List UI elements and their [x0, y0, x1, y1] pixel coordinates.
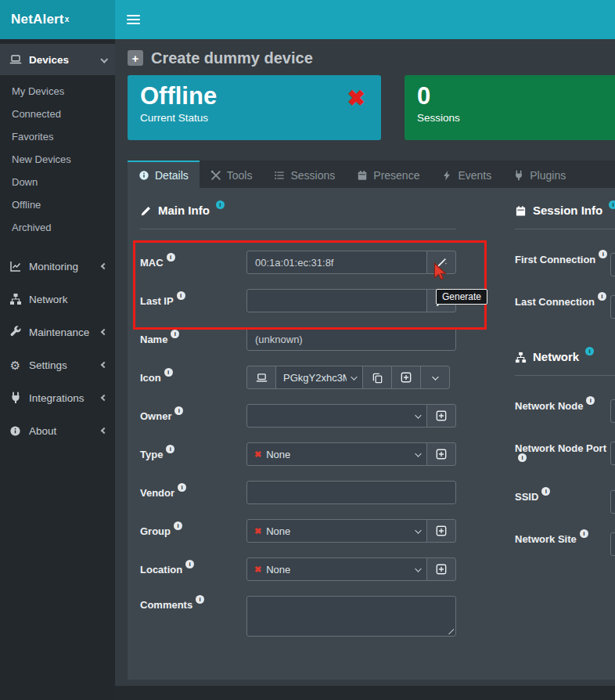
chevron-left-icon: [101, 395, 107, 401]
last-ip-generate-button[interactable]: [426, 289, 456, 312]
type-row: Typei ✖ None: [140, 442, 456, 466]
vendor-input[interactable]: [246, 481, 456, 504]
info-icon: i: [177, 291, 185, 300]
side-info-column: Session Info i First Connectioni Last Co…: [515, 204, 615, 664]
calendar-icon: [357, 170, 368, 181]
add-owner-button[interactable]: [426, 404, 456, 428]
sidebar-subitem-favorites[interactable]: Favorites: [0, 125, 115, 148]
type-select[interactable]: ✖ None: [246, 442, 427, 466]
divider: [140, 229, 456, 229]
first-connection-label: First Connectioni: [515, 253, 610, 268]
help-icon[interactable]: i: [609, 200, 615, 209]
magic-wand-icon: [436, 295, 448, 307]
last-connection-input[interactable]: [610, 295, 615, 319]
mac-generate-button[interactable]: [426, 251, 456, 274]
sidebar-item-about[interactable]: About: [0, 414, 115, 447]
chevron-left-icon: [101, 362, 107, 368]
tab-presence[interactable]: Presence: [346, 161, 430, 188]
chevron-down-icon: [415, 565, 421, 572]
list-icon: [274, 170, 285, 181]
info-icon: i: [174, 521, 182, 530]
chevron-down-icon: [100, 55, 108, 63]
sidebar-item-network[interactable]: Network: [0, 283, 115, 316]
plug-icon: [513, 170, 524, 181]
owner-label: Owneri: [140, 410, 246, 422]
comments-textarea[interactable]: [246, 596, 456, 637]
info-icon: i: [185, 560, 194, 568]
owner-select[interactable]: [246, 404, 427, 428]
name-row: Namei: [140, 327, 456, 351]
copy-icon-button[interactable]: [362, 366, 392, 389]
tab-plugins[interactable]: Plugins: [502, 161, 577, 188]
chart-icon: [9, 260, 22, 272]
sidebar-subitem-connected[interactable]: Connected: [0, 103, 115, 125]
top-navbar: [115, 0, 615, 39]
info-icon: i: [586, 396, 595, 405]
network-icon: [515, 352, 527, 363]
group-select[interactable]: ✖ None: [246, 519, 427, 543]
icon-select[interactable]: PGkgY2xhc3M: [275, 366, 363, 389]
brand-sup: x: [65, 15, 70, 23]
sidebar-subitem-new-devices[interactable]: New Devices: [0, 148, 115, 171]
sidebar-subitem-down[interactable]: Down: [0, 171, 115, 193]
icon-dropdown-button[interactable]: [420, 366, 450, 389]
sidebar-item-label: Monitoring: [29, 261, 78, 272]
network-node-port-input[interactable]: [610, 442, 615, 465]
last-ip-label: Last IPi: [140, 294, 246, 307]
vendor-row: Vendori: [140, 481, 456, 504]
group-row: Groupi ✖ None: [140, 519, 456, 543]
first-connection-input[interactable]: [610, 253, 615, 276]
help-icon[interactable]: i: [216, 200, 225, 209]
app-logo[interactable]: NetAlertx: [0, 0, 115, 39]
chevron-left-icon: [101, 263, 107, 269]
ssid-input[interactable]: [610, 490, 615, 514]
sidebar-subitem-my-devices[interactable]: My Devices: [0, 80, 115, 103]
plus-square-icon: [436, 564, 447, 575]
info-circle-icon: [138, 170, 149, 181]
sidebar-item-settings[interactable]: ⚙ Settings: [0, 348, 115, 381]
add-group-button[interactable]: [426, 519, 456, 543]
divider: [515, 375, 615, 376]
network-site-input[interactable]: [610, 532, 615, 556]
network-node-input[interactable]: [610, 399, 615, 423]
hamburger-menu-icon[interactable]: [127, 15, 140, 24]
sidebar-item-label: Devices: [29, 54, 69, 66]
tab-sessions[interactable]: Sessions: [263, 161, 346, 188]
device-card: Details Tools Sessions Presence Events: [128, 161, 615, 680]
location-row: Locationi ✖ None: [140, 557, 456, 581]
offline-x-icon: ✖: [347, 85, 365, 111]
sidebar-item-monitoring[interactable]: Monitoring: [0, 250, 115, 283]
info-icon: i: [166, 445, 174, 453]
sessions-count: 0: [417, 82, 602, 110]
info-icon: i: [541, 487, 550, 496]
location-label: Locationi: [140, 563, 246, 576]
mac-input[interactable]: [246, 251, 427, 274]
wrench-icon: [9, 326, 22, 338]
plug-icon: [9, 391, 22, 404]
sidebar-subitem-offline[interactable]: Offline: [0, 193, 115, 216]
laptop-icon: [9, 53, 22, 66]
help-icon[interactable]: i: [585, 347, 594, 355]
icon-preview-button[interactable]: [246, 366, 276, 389]
main-info-column: Main Info i MACi La: [140, 204, 456, 664]
sidebar-item-devices[interactable]: Devices: [0, 44, 115, 75]
info-icon: i: [196, 595, 204, 604]
tab-details[interactable]: Details: [128, 161, 200, 188]
plus-square-icon: [401, 372, 412, 383]
name-input[interactable]: [246, 327, 456, 351]
netalertx-app: NetAlertx Devices My Devices Connected F…: [0, 0, 615, 700]
footer: [115, 686, 615, 700]
sidebar-subitem-archived[interactable]: Archived: [0, 216, 115, 239]
tab-tools[interactable]: Tools: [200, 161, 264, 188]
add-type-button[interactable]: [426, 442, 456, 466]
add-icon-button[interactable]: [391, 366, 421, 389]
add-location-button[interactable]: [426, 557, 456, 581]
sidebar-item-maintenance[interactable]: Maintenance: [0, 316, 115, 348]
sidebar-item-label: Integrations: [29, 392, 85, 404]
tab-events[interactable]: Events: [430, 161, 502, 188]
location-select[interactable]: ✖ None: [246, 557, 427, 581]
brand-text: NetAlert: [11, 12, 64, 27]
last-ip-input[interactable]: [246, 289, 427, 312]
sidebar-item-integrations[interactable]: Integrations: [0, 381, 115, 414]
ssid-row: SSIDi: [515, 490, 615, 514]
